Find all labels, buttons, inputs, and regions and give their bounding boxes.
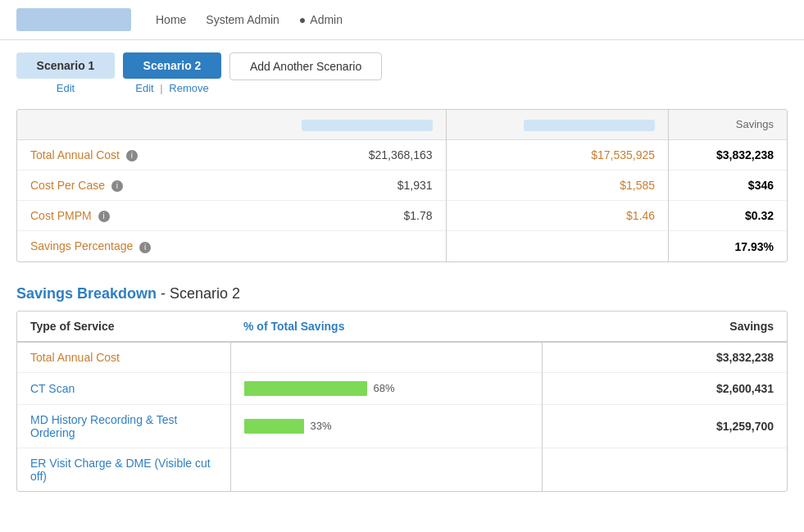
comparison-row: Cost PMPM i $1.78 $1.46 $0.32 bbox=[17, 201, 787, 231]
nav-system-admin[interactable]: System Admin bbox=[206, 13, 279, 26]
comparison-row-savings: $3,832,238 bbox=[669, 139, 787, 170]
comparison-row-label: Savings Percentage i bbox=[17, 231, 224, 261]
comparison-row: Cost Per Case i $1,931 $1,585 $346 bbox=[17, 170, 787, 200]
info-icon: i bbox=[126, 150, 138, 161]
scenario-bar: Scenario 1 Edit Scenario 2 Edit | Remove… bbox=[0, 40, 804, 94]
add-scenario-group: Add Another Scenario bbox=[229, 52, 382, 80]
comparison-row-sc2: $1,585 bbox=[446, 170, 669, 200]
info-icon: i bbox=[139, 242, 151, 253]
breakdown-pct-cell: 68% bbox=[230, 372, 542, 404]
breakdown-row: Total Annual Cost $3,832,238 bbox=[17, 342, 787, 373]
bar-fill bbox=[244, 381, 367, 396]
breakdown-title-prefix: Savings Breakdown bbox=[16, 285, 157, 302]
brand-logo bbox=[16, 8, 131, 31]
bar-track bbox=[244, 419, 304, 434]
breakdown-row: MD History Recording & Test Ordering 33%… bbox=[17, 404, 787, 448]
scenario-1-group: Scenario 1 Edit bbox=[16, 52, 115, 94]
breakdown-savings-val: $1,259,700 bbox=[542, 404, 787, 448]
separator: | bbox=[160, 82, 162, 94]
breakdown-service: CT Scan bbox=[17, 372, 230, 404]
breakdown-savings-val bbox=[542, 448, 787, 491]
breakdown-service: MD History Recording & Test Ordering bbox=[17, 404, 230, 448]
scenario-2-remove[interactable]: Remove bbox=[169, 82, 208, 94]
comparison-row-sc2: $17,535,925 bbox=[446, 139, 669, 170]
breakdown-savings-val: $3,832,238 bbox=[542, 342, 787, 373]
breakdown-row: ER Visit Charge & DME (Visible cut off) bbox=[17, 448, 787, 491]
bar-container: 33% bbox=[244, 419, 529, 434]
bar-container: 68% bbox=[244, 381, 529, 396]
comparison-table: Savings Total Annual Cost i $21,368,163 … bbox=[17, 110, 787, 261]
breakdown-title: Savings Breakdown - Scenario 2 bbox=[0, 271, 804, 311]
navbar: Home System Admin ● Admin bbox=[0, 0, 804, 40]
info-icon: i bbox=[98, 211, 110, 222]
comparison-row-sc2: $1.46 bbox=[446, 201, 669, 231]
comparison-body: Total Annual Cost i $21,368,163 $17,535,… bbox=[17, 139, 787, 261]
comparison-row-label: Cost PMPM i bbox=[17, 201, 224, 231]
scenario-1-edit[interactable]: Edit bbox=[57, 82, 75, 94]
breakdown-savings-header: Savings bbox=[542, 311, 787, 342]
comparison-row-savings: $346 bbox=[669, 170, 787, 200]
breakdown-savings-val: $2,600,431 bbox=[542, 372, 787, 404]
comparison-row-label: Cost Per Case i bbox=[17, 170, 224, 200]
bar-fill bbox=[244, 419, 304, 434]
comparison-row-sc1: $1.78 bbox=[224, 201, 446, 231]
breakdown-service-header: Type of Service bbox=[17, 311, 230, 342]
comparison-row-sc1: $1,931 bbox=[224, 170, 446, 200]
comparison-row-sc1 bbox=[224, 231, 446, 261]
comparison-row-savings: $0.32 bbox=[669, 201, 787, 231]
breakdown-table: Type of Service % of Total Savings Savin… bbox=[17, 311, 787, 491]
breakdown-wrapper: Type of Service % of Total Savings Savin… bbox=[16, 311, 788, 492]
nav-links: Home System Admin ● Admin bbox=[156, 13, 343, 26]
info-icon: i bbox=[111, 180, 123, 192]
sc2-blurred-label bbox=[524, 120, 655, 131]
breakdown-body: Total Annual Cost $3,832,238 CT Scan 68%… bbox=[17, 342, 787, 491]
comparison-row-sc1: $21,368,163 bbox=[224, 139, 446, 170]
comparison-row-sc2 bbox=[446, 231, 669, 261]
scenario-1-button[interactable]: Scenario 1 bbox=[16, 52, 115, 79]
sc1-blurred-label bbox=[302, 120, 433, 131]
comparison-row-label: Total Annual Cost i bbox=[17, 139, 224, 170]
scenario-2-group: Scenario 2 Edit | Remove bbox=[123, 52, 221, 94]
scenario-2-links: Edit | Remove bbox=[135, 82, 208, 94]
comparison-header-row: Savings bbox=[17, 110, 787, 139]
scenario-2-button[interactable]: Scenario 2 bbox=[123, 52, 221, 79]
comparison-label-header bbox=[17, 110, 224, 139]
comparison-row: Total Annual Cost i $21,368,163 $17,535,… bbox=[17, 139, 787, 170]
comparison-row: Savings Percentage i 17.93% bbox=[17, 231, 787, 261]
breakdown-pct-header: % of Total Savings bbox=[230, 311, 542, 342]
breakdown-title-scenario: - Scenario 2 bbox=[161, 285, 240, 302]
breakdown-pct-cell: 33% bbox=[230, 404, 542, 448]
comparison-sc1-header bbox=[224, 110, 446, 139]
breakdown-header-row: Type of Service % of Total Savings Savin… bbox=[17, 311, 787, 342]
comparison-savings-header: Savings bbox=[669, 110, 787, 139]
breakdown-service: ER Visit Charge & DME (Visible cut off) bbox=[17, 448, 230, 491]
comparison-row-savings: 17.93% bbox=[669, 231, 787, 261]
comparison-sc2-header bbox=[446, 110, 669, 139]
pct-label: 33% bbox=[311, 420, 332, 432]
nav-admin-label: Admin bbox=[310, 13, 343, 26]
breakdown-pct-cell bbox=[230, 448, 542, 491]
bar-track bbox=[244, 381, 367, 396]
nav-admin[interactable]: ● Admin bbox=[299, 13, 343, 26]
comparison-table-wrapper: Savings Total Annual Cost i $21,368,163 … bbox=[16, 109, 788, 262]
person-icon: ● bbox=[299, 13, 306, 26]
breakdown-service: Total Annual Cost bbox=[17, 342, 230, 373]
scenario-2-edit[interactable]: Edit bbox=[135, 82, 153, 94]
breakdown-pct-cell bbox=[230, 342, 542, 373]
breakdown-row: CT Scan 68% $2,600,431 bbox=[17, 372, 787, 404]
scenario-1-links: Edit bbox=[57, 82, 75, 94]
nav-home[interactable]: Home bbox=[156, 13, 186, 26]
add-scenario-button[interactable]: Add Another Scenario bbox=[229, 52, 382, 80]
pct-label: 68% bbox=[374, 382, 395, 394]
